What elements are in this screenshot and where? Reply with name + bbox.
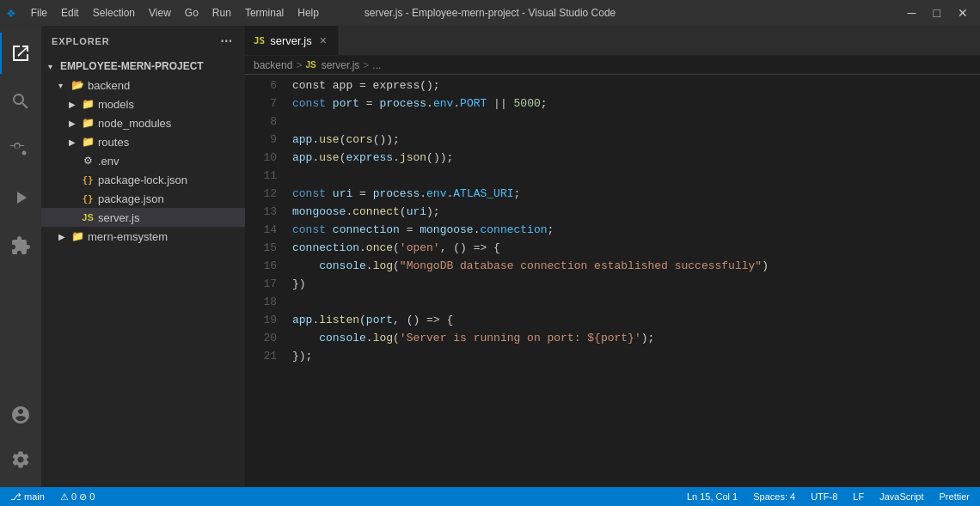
code-line-10: app.use(express.json()); xyxy=(292,149,969,167)
sidebar-header-icons: ⋯ xyxy=(218,33,235,50)
status-errors[interactable]: ⚠ 0 ⊘ 0 xyxy=(57,491,98,503)
window-title: server.js - Employee-mern-project - Visu… xyxy=(364,7,616,19)
sidebar-item-models[interactable]: ▶ 📁 models xyxy=(41,94,245,113)
status-eol[interactable]: LF xyxy=(849,491,867,502)
extensions-activity-icon[interactable] xyxy=(0,225,41,266)
close-button[interactable]: ✕ xyxy=(952,4,973,21)
account-activity-icon[interactable] xyxy=(0,394,41,436)
tab-close-button[interactable]: × xyxy=(317,33,329,48)
breadcrumb-sep1: > xyxy=(296,59,302,71)
menu-run[interactable]: Run xyxy=(207,5,236,21)
sidebar: EXPLORER ⋯ ▾ EMPLOYEE-MERN-PROJECT ▾ 📂 b… xyxy=(41,26,245,487)
menu-help[interactable]: Help xyxy=(292,5,324,21)
status-formatter[interactable]: Prettier xyxy=(936,491,973,502)
line-numbers: 6789101112131415161718192021 xyxy=(245,75,284,487)
title-bar: ❖ FileEditSelectionViewGoRunTerminalHelp… xyxy=(0,0,980,26)
node-modules-folder-icon: 📁 xyxy=(81,116,95,130)
run-activity-icon[interactable] xyxy=(0,177,41,218)
backend-arrow: ▾ xyxy=(58,81,69,90)
window-controls: ─ □ ✕ xyxy=(903,4,973,21)
env-label: .env xyxy=(98,155,119,168)
code-line-13: mongoose.connect(uri); xyxy=(292,203,969,221)
main-layout: EXPLORER ⋯ ▾ EMPLOYEE-MERN-PROJECT ▾ 📂 b… xyxy=(0,26,980,487)
status-position[interactable]: Ln 15, Col 1 xyxy=(683,491,741,502)
mern-emsystem-icon: 📁 xyxy=(70,229,84,243)
tab-js-icon: JS xyxy=(254,35,265,46)
minimize-button[interactable]: ─ xyxy=(903,4,922,21)
backend-label: backend xyxy=(88,79,130,92)
sidebar-item-node-modules[interactable]: ▶ 📁 node_modules xyxy=(41,113,245,132)
code-line-7: const port = process.env.PORT || 5000; xyxy=(292,94,969,113)
code-line-17: }) xyxy=(292,275,969,293)
status-bar-left: ⎇ main ⚠ 0 ⊘ 0 xyxy=(7,491,98,503)
folder-open-icon: 📂 xyxy=(70,78,84,92)
search-activity-icon[interactable] xyxy=(0,81,41,122)
code-line-6: const app = express(); xyxy=(292,76,969,94)
code-line-8 xyxy=(292,113,969,131)
status-language[interactable]: JavaScript xyxy=(876,491,927,502)
menu-terminal[interactable]: Terminal xyxy=(240,5,289,21)
package-json-icon: {} xyxy=(81,192,95,205)
menu-selection[interactable]: Selection xyxy=(88,5,140,21)
env-icon: ⚙ xyxy=(81,154,95,168)
source-control-activity-icon[interactable] xyxy=(0,129,41,170)
status-branch[interactable]: ⎇ main xyxy=(7,491,48,503)
node-modules-arrow: ▶ xyxy=(69,119,79,128)
sidebar-item-package-json[interactable]: ▶ {} package.json xyxy=(41,189,245,208)
routes-folder-icon: 📁 xyxy=(81,135,95,149)
breadcrumb-file-icon: JS xyxy=(305,60,315,70)
code-line-15: connection.once('open', () => { xyxy=(292,239,969,257)
project-root[interactable]: ▾ EMPLOYEE-MERN-PROJECT xyxy=(41,57,245,76)
explorer-title: EXPLORER xyxy=(52,36,110,46)
status-bar: ⎇ main ⚠ 0 ⊘ 0 Ln 15, Col 1 Spaces: 4 UT… xyxy=(0,487,980,506)
package-lock-label: package-lock.json xyxy=(98,174,187,186)
code-line-16: console.log("MongoDB database connection… xyxy=(292,257,969,275)
routes-label: routes xyxy=(98,136,129,149)
breadcrumb-sep2: > xyxy=(363,59,369,71)
code-line-18 xyxy=(292,293,969,311)
maximize-button[interactable]: □ xyxy=(928,4,946,21)
title-bar-left: ❖ FileEditSelectionViewGoRunTerminalHelp xyxy=(7,4,324,21)
more-icon[interactable]: ⋯ xyxy=(218,33,235,50)
code-line-20: console.log('Server is running on port: … xyxy=(292,329,969,347)
code-editor[interactable]: 6789101112131415161718192021 const app =… xyxy=(245,75,980,487)
title-bar-menus: FileEditSelectionViewGoRunTerminalHelp xyxy=(26,5,324,21)
node-modules-label: node_modules xyxy=(98,117,171,130)
routes-arrow: ▶ xyxy=(69,137,79,147)
breadcrumb: backend > JS server.js > ... xyxy=(245,56,980,75)
mern-emsystem-label: mern-emsystem xyxy=(88,230,168,243)
server-js-icon: JS xyxy=(81,210,95,224)
sidebar-item-mern-emsystem[interactable]: ▶ 📁 mern-emsystem xyxy=(41,227,245,246)
tab-label: server.js xyxy=(270,34,311,47)
server-js-label: server.js xyxy=(98,211,139,224)
mern-emsystem-arrow: ▶ xyxy=(58,232,69,241)
models-arrow: ▶ xyxy=(69,100,79,109)
status-spaces[interactable]: Spaces: 4 xyxy=(750,491,799,502)
menu-file[interactable]: File xyxy=(26,5,52,21)
status-encoding[interactable]: UTF-8 xyxy=(807,491,841,502)
menu-go[interactable]: Go xyxy=(180,5,204,21)
sidebar-item-routes[interactable]: ▶ 📁 routes xyxy=(41,132,245,151)
sidebar-item-env[interactable]: ▶ ⚙ .env xyxy=(41,151,245,170)
sidebar-item-backend[interactable]: ▾ 📂 backend xyxy=(41,76,245,94)
explorer-activity-icon[interactable] xyxy=(0,33,41,74)
package-json-label: package.json xyxy=(98,192,164,205)
settings-activity-icon[interactable] xyxy=(0,439,41,480)
status-bar-right: Ln 15, Col 1 Spaces: 4 UTF-8 LF JavaScri… xyxy=(683,491,973,502)
code-line-19: app.listen(port, () => { xyxy=(292,311,969,329)
minimap xyxy=(969,75,980,487)
tabs-bar: JS server.js × xyxy=(245,26,980,56)
models-label: models xyxy=(98,98,134,111)
menu-view[interactable]: View xyxy=(144,5,176,21)
sidebar-item-server-js[interactable]: ▶ JS server.js xyxy=(41,208,245,227)
code-line-21: }); xyxy=(292,347,969,365)
breadcrumb-ellipsis: ... xyxy=(372,59,381,71)
sidebar-item-package-lock[interactable]: ▶ {} package-lock.json xyxy=(41,170,245,189)
menu-edit[interactable]: Edit xyxy=(56,5,84,21)
breadcrumb-folder: backend xyxy=(254,59,292,71)
project-name: EMPLOYEE-MERN-PROJECT xyxy=(60,60,204,72)
breadcrumb-file: server.js xyxy=(322,59,360,71)
tab-server-js[interactable]: JS server.js × xyxy=(245,26,339,55)
code-line-11 xyxy=(292,167,969,185)
code-content[interactable]: const app = express();const port = proce… xyxy=(284,75,969,487)
